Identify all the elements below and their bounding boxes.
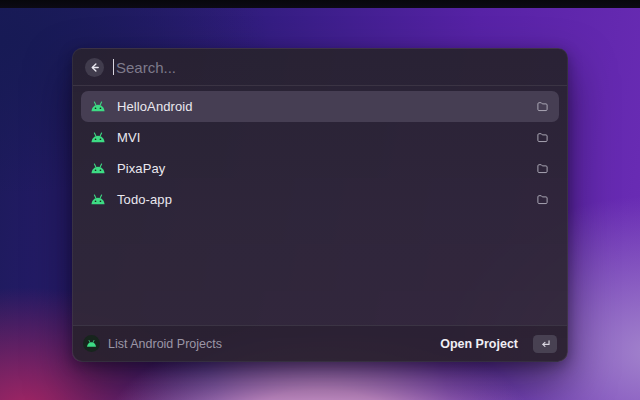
android-icon	[90, 100, 107, 114]
extension-android-icon	[83, 335, 100, 352]
list-item-helloandroid[interactable]: HelloAndroid	[81, 91, 559, 122]
list-item-pixapay[interactable]: PixaPay	[81, 153, 559, 184]
project-name: PixaPay	[117, 161, 165, 176]
text-caret	[113, 59, 114, 75]
arrow-left-icon	[89, 62, 100, 73]
footer-bar: List Android Projects Open Project	[73, 325, 567, 361]
project-name: HelloAndroid	[117, 99, 193, 114]
search-input[interactable]	[116, 59, 555, 76]
project-list: HelloAndroid	[73, 86, 567, 325]
launcher-window: HelloAndroid	[72, 48, 568, 362]
return-keycap[interactable]	[533, 335, 557, 353]
desktop: HelloAndroid	[0, 0, 640, 400]
search-bar	[73, 49, 567, 85]
list-item-todo-app[interactable]: Todo-app	[81, 184, 559, 215]
open-project-action[interactable]: Open Project	[440, 337, 518, 351]
project-name: Todo-app	[117, 192, 172, 207]
folder-icon	[536, 162, 550, 176]
back-button[interactable]	[85, 58, 104, 77]
list-item-mvi[interactable]: MVI	[81, 122, 559, 153]
folder-icon	[536, 131, 550, 145]
android-icon	[90, 193, 107, 207]
folder-icon	[536, 193, 550, 207]
android-icon	[90, 162, 107, 176]
android-icon	[90, 131, 107, 145]
project-name: MVI	[117, 130, 140, 145]
folder-icon	[536, 100, 550, 114]
command-title: List Android Projects	[108, 337, 222, 351]
return-icon	[540, 335, 551, 353]
macos-menubar	[0, 0, 640, 8]
